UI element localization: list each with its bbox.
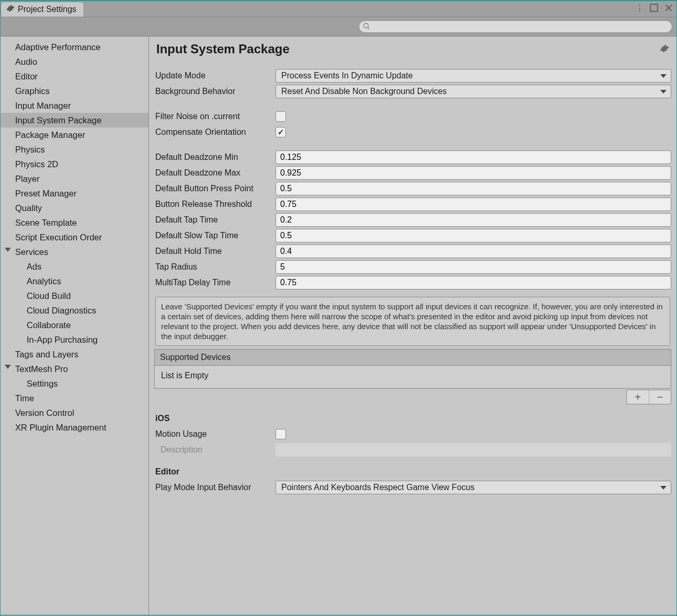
supported-devices-list: List is Empty — [154, 366, 671, 389]
sidebar-item[interactable]: Tags and Layers — [1, 347, 148, 362]
sidebar-item-label: Ads — [27, 262, 41, 271]
tap-radius-label: Tap Radius — [154, 262, 276, 272]
sidebar-item-label: Quality — [15, 203, 42, 213]
sidebar-item[interactable]: Cloud Build — [1, 288, 148, 303]
sidebar-item-label: Editor — [15, 72, 38, 81]
button-release-threshold-label: Button Release Threshold — [154, 200, 276, 209]
play-mode-behavior-dropdown[interactable]: Pointers And Keyboards Respect Game View… — [276, 481, 671, 494]
compensate-orientation-label: Compensate Orientation — [154, 127, 276, 137]
sidebar-item[interactable]: Preset Manager — [1, 186, 148, 201]
sidebar-item[interactable]: Services — [1, 245, 148, 259]
settings-main: Input System Package Update Mode Process… — [149, 37, 676, 614]
sidebar-item-label: Cloud Diagnostics — [27, 306, 96, 315]
close-icon[interactable] — [664, 3, 673, 13]
sidebar-item-label: TextMesh Pro — [15, 364, 68, 374]
slow-tap-time-input[interactable] — [276, 229, 671, 242]
editor-section-header: Editor — [154, 458, 671, 480]
tab-label: Project Settings — [18, 5, 76, 14]
sidebar-item-label: In-App Purchasing — [27, 335, 98, 344]
sidebar-item[interactable]: Cloud Diagnostics — [1, 303, 148, 318]
button-press-point-input[interactable] — [276, 182, 671, 195]
update-mode-dropdown[interactable]: Process Events In Dynamic Update — [276, 69, 671, 83]
maximize-icon[interactable] — [649, 3, 659, 13]
sidebar-item[interactable]: Adaptive Performance — [1, 40, 148, 54]
sidebar-item[interactable]: Analytics — [1, 274, 148, 288]
button-release-threshold-input[interactable] — [276, 197, 671, 211]
tab-bar: Project Settings ⋮ — [1, 1, 676, 17]
sidebar-item-label: Input System Package — [15, 115, 101, 125]
sidebar-item[interactable]: Input Manager — [1, 98, 148, 113]
sidebar-item-label: Analytics — [27, 276, 61, 286]
sidebar-item[interactable]: Physics 2D — [1, 157, 148, 171]
deadzone-min-label: Default Deadzone Min — [154, 153, 276, 162]
sidebar-item[interactable]: Editor — [1, 69, 148, 84]
filter-noise-label: Filter Noise on .current — [154, 112, 276, 121]
sidebar-item-label: Input Manager — [15, 101, 71, 110]
deadzone-max-label: Default Deadzone Max — [154, 168, 276, 178]
expand-triangle-icon — [5, 248, 11, 252]
sidebar-item-label: Preset Manager — [15, 189, 76, 198]
settings-gear-icon[interactable] — [660, 44, 669, 55]
motion-usage-checkbox[interactable] — [276, 429, 286, 439]
sidebar-item[interactable]: TextMesh Pro — [1, 362, 148, 376]
sidebar-item[interactable]: In-App Purchasing — [1, 332, 148, 347]
sidebar-item-label: Physics 2D — [15, 159, 59, 169]
sidebar-item-label: Graphics — [15, 86, 50, 96]
chevron-down-icon — [660, 90, 667, 94]
sidebar-item[interactable]: Script Execution Order — [1, 230, 148, 245]
tab-project-settings[interactable]: Project Settings — [1, 2, 84, 17]
sidebar-item-label: Services — [15, 247, 48, 257]
motion-description-input[interactable] — [276, 443, 671, 457]
sidebar-item[interactable]: Settings — [1, 376, 148, 391]
page-title: Input System Package — [156, 42, 290, 56]
sidebar-item[interactable]: Input System Package — [1, 113, 148, 127]
sidebar-item-label: Physics — [15, 145, 45, 154]
sidebar-item[interactable]: Package Manager — [1, 127, 148, 142]
hold-time-input[interactable] — [276, 245, 671, 258]
sidebar-item[interactable]: Audio — [1, 54, 148, 69]
sidebar-item-label: Player — [15, 174, 40, 183]
deadzone-min-input[interactable] — [276, 150, 671, 164]
update-mode-value: Process Events In Dynamic Update — [281, 71, 413, 80]
sidebar-item-label: Time — [15, 393, 34, 403]
compensate-orientation-checkbox[interactable] — [276, 127, 286, 137]
button-press-point-label: Default Button Press Point — [154, 184, 276, 193]
filter-noise-checkbox[interactable] — [276, 111, 286, 122]
sidebar-item-label: Collaborate — [27, 320, 71, 330]
hold-time-label: Default Hold Time — [154, 247, 276, 256]
expand-triangle-icon — [5, 365, 11, 369]
sidebar-item[interactable]: Graphics — [1, 84, 148, 98]
remove-device-button[interactable]: − — [649, 390, 671, 404]
motion-usage-label: Motion Usage — [154, 429, 276, 439]
settings-sidebar: Adaptive PerformanceAudioEditorGraphicsI… — [1, 37, 149, 614]
svg-rect-0 — [650, 4, 658, 11]
add-device-button[interactable]: + — [627, 390, 649, 404]
background-behavior-dropdown[interactable]: Reset And Disable Non Background Devices — [276, 85, 671, 98]
sidebar-item[interactable]: Quality — [1, 201, 148, 215]
sidebar-item[interactable]: Time — [1, 391, 148, 405]
sidebar-item[interactable]: Physics — [1, 142, 148, 157]
gear-icon — [6, 4, 15, 15]
search-input[interactable] — [359, 20, 672, 33]
sidebar-item[interactable]: Ads — [1, 259, 148, 274]
supported-devices-help: Leave 'Supported Devices' empty if you w… — [155, 297, 670, 346]
sidebar-item[interactable]: Scene Template — [1, 215, 148, 230]
kebab-icon[interactable]: ⋮ — [635, 3, 644, 13]
sidebar-item[interactable]: Collaborate — [1, 318, 148, 332]
ios-section-header: iOS — [154, 404, 671, 426]
deadzone-max-input[interactable] — [276, 166, 671, 180]
multitap-delay-input[interactable] — [276, 276, 671, 289]
tap-radius-input[interactable] — [276, 260, 671, 274]
slow-tap-time-label: Default Slow Tap Time — [154, 231, 276, 240]
tap-time-input[interactable] — [276, 213, 671, 227]
motion-description-label: Description — [154, 445, 276, 455]
titlebar-controls: ⋮ — [635, 3, 673, 13]
sidebar-item-label: Cloud Build — [27, 291, 71, 300]
sidebar-item-label: Tags and Layers — [15, 350, 78, 359]
sidebar-item[interactable]: Player — [1, 171, 148, 186]
background-behavior-label: Background Behavior — [154, 87, 276, 96]
update-mode-label: Update Mode — [154, 71, 276, 80]
sidebar-item[interactable]: Version Control — [1, 405, 148, 420]
sidebar-item[interactable]: XR Plugin Management — [1, 420, 148, 435]
tap-time-label: Default Tap Time — [154, 215, 276, 225]
